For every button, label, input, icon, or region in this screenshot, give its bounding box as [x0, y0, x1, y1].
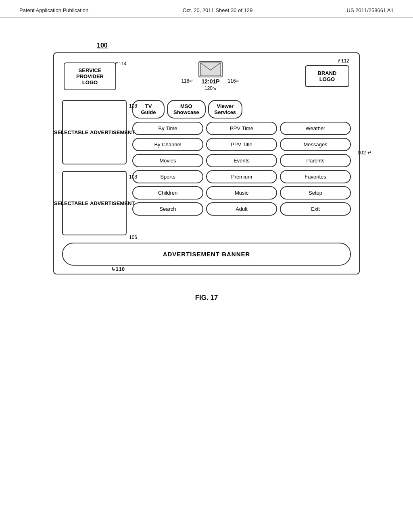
menu-item-sports[interactable]: Sports: [132, 170, 203, 183]
ref-108a: 108: [129, 103, 137, 109]
page-content: 100 102 ↵ SERVICE PROVIDER LOGO: [0, 18, 413, 318]
figure-caption: FIG. 17: [195, 294, 218, 302]
ref-110: ↳110: [111, 266, 125, 272]
ref-120: 120↘: [204, 85, 217, 91]
page-header: Patent Application Publication Oct. 20, …: [0, 0, 413, 18]
menu-item-weather[interactable]: Weather: [280, 122, 351, 135]
advertisement-banner: ADVERTISEMENT BANNER ↳110: [62, 243, 351, 266]
menu-item-adult[interactable]: Adult: [206, 202, 277, 216]
header-left: Patent Application Publication: [19, 7, 88, 13]
ads-column: SELECTABLE ADVERTISEMENT 108 SELECTABLE …: [62, 100, 127, 235]
ref-102-label: 102 ↵: [357, 150, 372, 156]
menu-item-ppv-title[interactable]: PPV Title: [206, 138, 277, 151]
ref-114: ↱114: [115, 61, 127, 66]
outer-box: 102 ↵ SERVICE PROVIDER LOGO ↱114: [53, 52, 360, 274]
menu-item-movies[interactable]: Movies: [132, 154, 203, 167]
header-right: US 2011/258661 A1: [347, 7, 394, 13]
ref-108b: 108: [129, 174, 137, 180]
ref-112: ↱112: [337, 58, 349, 64]
top-bar: SERVICE PROVIDER LOGO ↱114: [62, 61, 351, 91]
brand-logo: BRAND LOGO: [305, 65, 349, 87]
menu-item-exit[interactable]: Exit: [280, 202, 351, 216]
diagram-label-100: 100: [97, 42, 108, 49]
diagram-wrapper: 102 ↵ SERVICE PROVIDER LOGO ↱114: [32, 52, 381, 274]
menu-item-events[interactable]: Events: [206, 154, 277, 167]
menu-item-children[interactable]: Children: [132, 186, 203, 200]
main-content-row: SELECTABLE ADVERTISEMENT 108 SELECTABLE …: [62, 100, 351, 235]
menu-grid: By Time PPV Time Weather By Channel PPV …: [132, 122, 351, 216]
menu-item-premium[interactable]: Premium: [206, 170, 277, 183]
tabs-row: TVGuide MSOShowcase ViewerServices: [132, 100, 351, 118]
tab-viewer-services[interactable]: ViewerServices: [208, 100, 243, 118]
ref-116: 116↵: [228, 78, 240, 85]
ad-box-1: SELECTABLE ADVERTISEMENT: [62, 100, 127, 164]
ad-box-2: SELECTABLE ADVERTISEMENT: [62, 171, 127, 235]
tab-tv-guide[interactable]: TVGuide: [132, 100, 165, 118]
ref-118: 118↵: [181, 78, 193, 85]
menu-item-parents[interactable]: Parents: [280, 154, 351, 167]
menu-item-by-channel[interactable]: By Channel: [132, 138, 203, 151]
menu-item-ppv-time[interactable]: PPV Time: [206, 122, 277, 135]
tab-mso-showcase[interactable]: MSOShowcase: [167, 100, 206, 118]
ref-106: 106: [129, 235, 137, 240]
menu-section: TVGuide MSOShowcase ViewerServices By Ti…: [132, 100, 351, 235]
envelope-icon: [198, 61, 223, 77]
service-provider-logo: SERVICE PROVIDER LOGO: [64, 62, 116, 90]
menu-item-favorites[interactable]: Favorites: [280, 170, 351, 183]
menu-item-setup[interactable]: Setup: [280, 186, 351, 200]
menu-item-search[interactable]: Search: [132, 202, 203, 216]
header-middle: Oct. 20, 2011 Sheet 30 of 129: [183, 7, 252, 13]
menu-item-by-time[interactable]: By Time: [132, 122, 203, 135]
menu-item-music[interactable]: Music: [206, 186, 277, 200]
clock-time: 12:01P: [201, 78, 219, 85]
menu-item-messages[interactable]: Messages: [280, 138, 351, 151]
